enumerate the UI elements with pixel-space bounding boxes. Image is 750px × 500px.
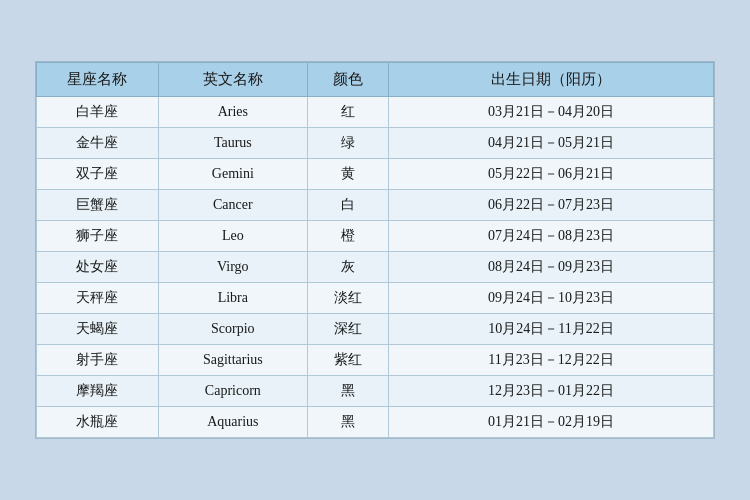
header-chinese: 星座名称 [37, 63, 159, 97]
table-row: 天蝎座Scorpio深红10月24日－11月22日 [37, 314, 714, 345]
table-row: 水瓶座Aquarius黑01月21日－02月19日 [37, 407, 714, 438]
zodiac-table-container: 星座名称 英文名称 颜色 出生日期（阳历） 白羊座Aries红03月21日－04… [35, 61, 715, 439]
cell-date: 04月21日－05月21日 [389, 128, 714, 159]
cell-english: Taurus [158, 128, 307, 159]
table-row: 射手座Sagittarius紫红11月23日－12月22日 [37, 345, 714, 376]
cell-date: 10月24日－11月22日 [389, 314, 714, 345]
table-body: 白羊座Aries红03月21日－04月20日金牛座Taurus绿04月21日－0… [37, 97, 714, 438]
cell-color: 黑 [307, 376, 388, 407]
cell-color: 淡红 [307, 283, 388, 314]
cell-date: 08月24日－09月23日 [389, 252, 714, 283]
cell-english: Scorpio [158, 314, 307, 345]
table-row: 狮子座Leo橙07月24日－08月23日 [37, 221, 714, 252]
table-row: 双子座Gemini黄05月22日－06月21日 [37, 159, 714, 190]
cell-color: 黄 [307, 159, 388, 190]
cell-date: 12月23日－01月22日 [389, 376, 714, 407]
zodiac-table: 星座名称 英文名称 颜色 出生日期（阳历） 白羊座Aries红03月21日－04… [36, 62, 714, 438]
cell-english: Aquarius [158, 407, 307, 438]
cell-chinese: 金牛座 [37, 128, 159, 159]
cell-chinese: 双子座 [37, 159, 159, 190]
cell-chinese: 摩羯座 [37, 376, 159, 407]
table-row: 白羊座Aries红03月21日－04月20日 [37, 97, 714, 128]
cell-english: Aries [158, 97, 307, 128]
header-color: 颜色 [307, 63, 388, 97]
cell-color: 红 [307, 97, 388, 128]
cell-chinese: 天秤座 [37, 283, 159, 314]
cell-chinese: 处女座 [37, 252, 159, 283]
cell-chinese: 天蝎座 [37, 314, 159, 345]
table-row: 摩羯座Capricorn黑12月23日－01月22日 [37, 376, 714, 407]
cell-english: Sagittarius [158, 345, 307, 376]
header-date: 出生日期（阳历） [389, 63, 714, 97]
cell-english: Leo [158, 221, 307, 252]
cell-color: 橙 [307, 221, 388, 252]
cell-date: 03月21日－04月20日 [389, 97, 714, 128]
table-row: 天秤座Libra淡红09月24日－10月23日 [37, 283, 714, 314]
cell-date: 05月22日－06月21日 [389, 159, 714, 190]
cell-english: Capricorn [158, 376, 307, 407]
cell-date: 11月23日－12月22日 [389, 345, 714, 376]
cell-english: Libra [158, 283, 307, 314]
cell-date: 07月24日－08月23日 [389, 221, 714, 252]
cell-color: 深红 [307, 314, 388, 345]
table-row: 金牛座Taurus绿04月21日－05月21日 [37, 128, 714, 159]
table-row: 处女座Virgo灰08月24日－09月23日 [37, 252, 714, 283]
cell-color: 紫红 [307, 345, 388, 376]
cell-english: Cancer [158, 190, 307, 221]
cell-color: 绿 [307, 128, 388, 159]
cell-color: 黑 [307, 407, 388, 438]
cell-date: 09月24日－10月23日 [389, 283, 714, 314]
cell-chinese: 白羊座 [37, 97, 159, 128]
cell-english: Virgo [158, 252, 307, 283]
cell-english: Gemini [158, 159, 307, 190]
cell-chinese: 水瓶座 [37, 407, 159, 438]
cell-date: 01月21日－02月19日 [389, 407, 714, 438]
cell-date: 06月22日－07月23日 [389, 190, 714, 221]
table-header-row: 星座名称 英文名称 颜色 出生日期（阳历） [37, 63, 714, 97]
cell-chinese: 射手座 [37, 345, 159, 376]
header-english: 英文名称 [158, 63, 307, 97]
table-row: 巨蟹座Cancer白06月22日－07月23日 [37, 190, 714, 221]
cell-color: 灰 [307, 252, 388, 283]
cell-chinese: 狮子座 [37, 221, 159, 252]
cell-chinese: 巨蟹座 [37, 190, 159, 221]
cell-color: 白 [307, 190, 388, 221]
